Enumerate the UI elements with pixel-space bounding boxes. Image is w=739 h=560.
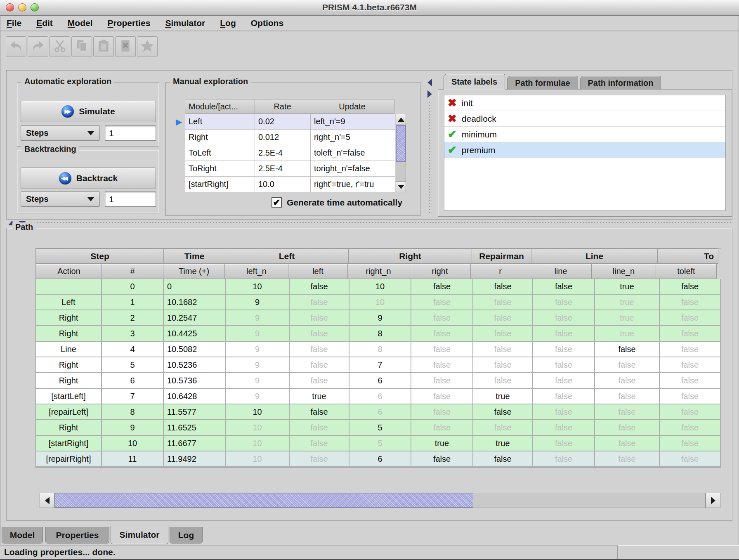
scroll-left-button[interactable] [40,493,54,508]
tab-simulator[interactable]: Simulator [111,526,168,544]
cell: false [595,420,660,436]
transition-row[interactable]: Left0.02left_n'=9 [185,114,395,130]
group-header[interactable]: To [657,248,718,264]
cut-button[interactable] [50,36,70,57]
cell: 10.5082 [164,342,226,357]
group-header[interactable]: Left [225,248,349,264]
scrollbar-thumb[interactable] [396,125,406,162]
path-step-row[interactable]: 0010false10falsefalsefalsetruefalse [36,279,721,295]
redo-arrow-button[interactable] [28,36,48,57]
backtrack-button[interactable]: ◀◀ Backtrack [21,168,156,189]
menu-simulator[interactable]: Simulator [165,18,205,28]
group-header[interactable]: Right [348,248,472,264]
vertical-splitter[interactable] [424,74,437,217]
tab-path-information[interactable]: Path information [580,76,661,90]
star-button[interactable] [137,36,158,57]
transition-row[interactable]: [startRight]10.0right'=true, r'=tru [185,177,395,192]
tab-properties[interactable]: Properties [45,527,109,543]
path-step-row[interactable]: [repairLeft]811.557710false6falsefalsefa… [36,404,721,420]
menu-file[interactable]: File [7,18,21,28]
generate-time-checkbox[interactable]: ✔ [272,197,282,208]
path-step-row[interactable]: [startRight]1011.667710false5truetruefal… [36,436,721,451]
copy-button[interactable] [71,36,92,57]
paste-button[interactable] [93,36,114,57]
group-header[interactable]: Step [36,248,164,264]
tab-path-formulae[interactable]: Path formulae [507,76,578,90]
menu-properties[interactable]: Properties [108,18,151,28]
transition-row[interactable]: ToRight2.5E-4toright_n'=false [185,161,395,177]
simulate-steps-combo-value: Steps [26,128,48,138]
generate-time-option[interactable]: ✔ Generate time automatically [272,197,402,208]
cell: 6 [349,373,411,389]
undo-arrow-button[interactable] [6,36,26,57]
path-step-row[interactable]: Right911.652510false5falsefalsefalsefals… [36,420,721,436]
cell: false [660,295,721,310]
collapse-right-icon[interactable] [427,90,432,98]
menu-log[interactable]: Log [220,18,236,28]
column-header[interactable]: left [288,264,348,279]
cell: true [595,326,660,342]
column-header[interactable]: right_n [347,264,409,279]
tab-log[interactable]: Log [170,527,203,543]
cell: false [595,373,660,389]
path-step-row[interactable]: Right510.52369false7falsefalsefalsefalse… [36,357,721,373]
group-header[interactable]: Line [531,248,658,264]
cell: false [473,279,533,295]
menu-edit[interactable]: Edit [36,18,53,28]
undo-arrow-icon [9,39,23,54]
column-header[interactable]: r [470,264,530,279]
transition-row[interactable]: Right0.012right_n'=5 [185,130,395,145]
column-header[interactable]: # [102,264,163,279]
cell: true [595,279,660,295]
state-label-item[interactable]: ✖deadlock [444,111,725,127]
column-header[interactable]: Update [310,99,394,114]
tab-model[interactable]: Model [2,527,43,543]
close-window-button[interactable] [6,3,14,12]
path-step-row[interactable]: Right210.25479false9falsefalsefalsetruef… [36,310,721,326]
scroll-up-button[interactable] [396,114,406,125]
path-step-row[interactable]: Left110.16829false10falsefalsefalsetruef… [36,295,721,310]
column-header[interactable]: Time (+) [163,264,225,279]
backtrack-steps-combo[interactable]: Steps [21,191,100,207]
state-label-item[interactable]: ✔premium [444,142,725,158]
state-label-item[interactable]: ✖init [444,95,725,111]
column-header[interactable]: Module/[act... [185,99,255,114]
scroll-right-button[interactable] [706,493,720,508]
path-table-group-header: StepTimeLeftRightRepairmanLineTo [36,248,721,264]
collapse-left-icon[interactable] [427,79,432,86]
cell: [repairLeft] [36,404,102,420]
zoom-window-button[interactable] [31,3,39,12]
scrollbar-thumb[interactable] [55,493,473,508]
backtrack-steps-input[interactable]: 1 [105,191,156,207]
group-header[interactable]: Repairman [472,248,531,264]
column-header[interactable]: line_n [591,264,656,279]
cell: false [473,451,533,467]
tab-state-labels[interactable]: State labels [444,74,505,90]
simulate-steps-input[interactable]: 1 [105,125,156,141]
horizontal-splitter[interactable] [6,220,732,226]
group-header[interactable]: Time [163,248,225,264]
column-header[interactable]: right [409,264,471,279]
delete-icon [118,39,132,54]
path-step-row[interactable]: Right310.44259false8falsefalsefalsetruef… [36,326,721,342]
path-step-row[interactable]: Line410.50829false8falsefalsefalsefalsef… [36,342,721,357]
simulate-steps-combo[interactable]: Steps [21,125,100,141]
scroll-down-button[interactable] [396,181,406,192]
transition-row[interactable]: ToLeft2.5E-4toleft_n'=false [185,145,395,161]
minimize-window-button[interactable] [18,3,26,12]
menu-options[interactable]: Options [251,18,283,28]
path-step-row[interactable]: Right610.57369false6falsefalsefalsefalse… [36,373,721,389]
path-step-row[interactable]: [repairRight]1111.949210false6falsefalse… [36,451,721,467]
column-header[interactable]: left_n [224,264,288,279]
cell: true [473,389,533,404]
column-header[interactable]: Rate [255,99,310,114]
redo-arrow-icon [31,39,45,54]
simulate-button[interactable]: ▶▶ Simulate [21,101,156,122]
state-label-item[interactable]: ✔minimum [444,127,725,142]
column-header[interactable]: toleft [656,264,717,279]
delete-button[interactable] [115,36,136,57]
column-header[interactable]: Action [36,264,102,279]
column-header[interactable]: line [530,264,592,279]
path-step-row[interactable]: [startLeft]710.64289true6falsetruefalsef… [36,389,721,404]
menu-model[interactable]: Model [68,18,93,28]
